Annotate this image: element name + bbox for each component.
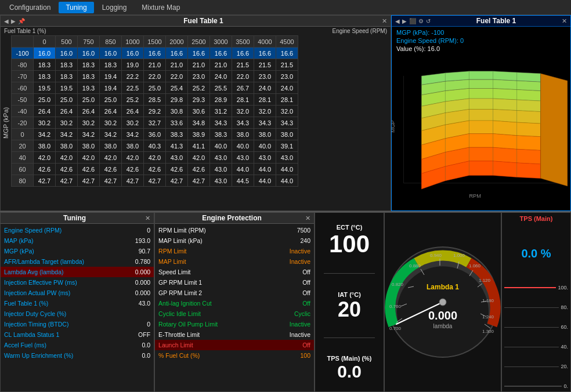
table-cell[interactable]: 18.3 <box>78 71 100 82</box>
table-cell[interactable]: 25.5 <box>210 82 232 94</box>
table-cell[interactable]: 28.1 <box>276 94 298 106</box>
table-cell[interactable]: 34.2 <box>122 129 144 140</box>
table-cell[interactable]: 16.6 <box>276 48 298 59</box>
table-cell[interactable]: 26.4 <box>34 106 56 117</box>
table-cell[interactable]: 43.0 <box>210 175 232 187</box>
table-cell[interactable]: 23.0 <box>254 71 276 82</box>
arrow-left-icon[interactable]: ◀ <box>4 18 9 24</box>
table-cell[interactable]: 25.0 <box>78 94 100 106</box>
table-cell[interactable]: 42.6 <box>144 164 166 175</box>
table-cell[interactable]: 30.8 <box>166 106 188 117</box>
table-cell[interactable]: 34.2 <box>56 129 78 140</box>
table-row[interactable]: -4026.426.426.426.426.429.230.830.631.23… <box>12 106 298 117</box>
table-cell[interactable]: 42.6 <box>34 164 56 175</box>
table-cell[interactable]: 42.7 <box>166 175 188 187</box>
table-cell[interactable]: 19.5 <box>56 82 78 94</box>
table-cell[interactable]: 29.2 <box>144 106 166 117</box>
table-cell[interactable]: 43.0 <box>276 152 298 164</box>
table-cell[interactable]: 18.3 <box>34 71 56 82</box>
table-cell[interactable]: 43.0 <box>254 152 276 164</box>
table-cell[interactable]: 25.2 <box>188 82 210 94</box>
table-cell[interactable]: 21.0 <box>210 59 232 71</box>
table-cell[interactable]: 24.0 <box>254 82 276 94</box>
table-cell[interactable]: 44.0 <box>276 175 298 187</box>
table-cell[interactable]: 22.0 <box>144 71 166 82</box>
table-cell[interactable]: 18.3 <box>56 59 78 71</box>
tab-mixture-map[interactable]: Mixture Map <box>135 2 187 13</box>
table-row[interactable]: -10016.016.016.016.016.016.616.616.616.6… <box>12 48 298 59</box>
table-cell[interactable]: 30.2 <box>78 117 100 129</box>
table-cell[interactable]: 26.4 <box>56 106 78 117</box>
table-cell[interactable]: 25.0 <box>144 82 166 94</box>
table-cell[interactable]: 32.0 <box>254 106 276 117</box>
table-cell[interactable]: 42.0 <box>34 152 56 164</box>
table-cell[interactable]: 23.0 <box>188 71 210 82</box>
tab-configuration[interactable]: Configuration <box>2 2 57 13</box>
table-row[interactable]: 2038.038.038.038.038.040.341.341.140.040… <box>12 140 298 152</box>
table-cell[interactable]: 21.0 <box>188 59 210 71</box>
table-cell[interactable]: 42.0 <box>144 152 166 164</box>
table-cell[interactable]: 21.5 <box>254 59 276 71</box>
table-cell[interactable]: 21.0 <box>144 59 166 71</box>
table-cell[interactable]: 16.6 <box>232 48 254 59</box>
table-cell[interactable]: 32.7 <box>144 117 166 129</box>
tab-logging[interactable]: Logging <box>95 2 134 13</box>
table-cell[interactable]: 25.0 <box>56 94 78 106</box>
table-cell[interactable]: 33.6 <box>166 117 188 129</box>
table-cell[interactable]: 34.3 <box>210 117 232 129</box>
table-cell[interactable]: 34.8 <box>188 117 210 129</box>
table-cell[interactable]: 42.7 <box>34 175 56 187</box>
table-cell[interactable]: 42.7 <box>188 175 210 187</box>
table-cell[interactable]: 22.0 <box>232 71 254 82</box>
table-cell[interactable]: 34.3 <box>276 117 298 129</box>
tuning-close[interactable]: ✕ <box>145 215 150 222</box>
table-cell[interactable]: 16.6 <box>144 48 166 59</box>
table-cell[interactable]: 42.6 <box>188 164 210 175</box>
chart-arrow-left[interactable]: ◀ <box>395 18 400 24</box>
table-cell[interactable]: 22.2 <box>122 71 144 82</box>
table-cell[interactable]: 32.0 <box>232 106 254 117</box>
table-cell[interactable]: 18.3 <box>100 59 122 71</box>
table-cell[interactable]: 18.3 <box>78 59 100 71</box>
table-cell[interactable]: 38.0 <box>100 140 122 152</box>
table-cell[interactable]: 21.0 <box>166 59 188 71</box>
table-cell[interactable]: 28.1 <box>232 94 254 106</box>
table-cell[interactable]: 42.6 <box>166 164 188 175</box>
table-cell[interactable]: 16.0 <box>78 48 100 59</box>
table-row[interactable]: -2030.230.230.230.230.232.733.634.834.33… <box>12 117 298 129</box>
table-cell[interactable]: 18.3 <box>34 59 56 71</box>
table-cell[interactable]: 38.9 <box>188 129 210 140</box>
table-cell[interactable]: 40.0 <box>232 140 254 152</box>
table-cell[interactable]: 41.3 <box>166 140 188 152</box>
table-cell[interactable]: 30.2 <box>34 117 56 129</box>
table-cell[interactable]: 40.0 <box>254 140 276 152</box>
table-cell[interactable]: 31.2 <box>210 106 232 117</box>
table-cell[interactable]: 44.0 <box>276 164 298 175</box>
table-row[interactable]: -8018.318.318.318.319.021.021.021.021.02… <box>12 59 298 71</box>
table-cell[interactable]: 21.5 <box>232 59 254 71</box>
table-cell[interactable]: 43.0 <box>210 152 232 164</box>
tab-tuning[interactable]: Tuning <box>59 2 93 13</box>
table-cell[interactable]: 28.5 <box>144 94 166 106</box>
table-cell[interactable]: 42.6 <box>100 164 122 175</box>
table-cell[interactable]: 42.6 <box>122 164 144 175</box>
table-cell[interactable]: 42.0 <box>56 152 78 164</box>
table-cell[interactable]: 16.0 <box>56 48 78 59</box>
table-cell[interactable]: 16.6 <box>166 48 188 59</box>
table-cell[interactable]: 38.0 <box>276 129 298 140</box>
table-row[interactable]: 6042.642.642.642.642.642.642.642.643.044… <box>12 164 298 175</box>
table-cell[interactable]: 43.0 <box>166 152 188 164</box>
table-cell[interactable]: 36.0 <box>144 129 166 140</box>
table-cell[interactable]: 34.2 <box>34 129 56 140</box>
table-cell[interactable]: 16.6 <box>188 48 210 59</box>
table-cell[interactable]: 42.6 <box>78 164 100 175</box>
table-cell[interactable]: 42.0 <box>78 152 100 164</box>
chart-icon-3[interactable]: ↺ <box>426 18 431 24</box>
table-cell[interactable]: 43.0 <box>232 152 254 164</box>
table-cell[interactable]: 26.4 <box>100 106 122 117</box>
chart-icon-1[interactable]: ⬛ <box>409 18 416 24</box>
table-cell[interactable]: 38.0 <box>232 129 254 140</box>
table-cell[interactable]: 16.6 <box>254 48 276 59</box>
table-cell[interactable]: 19.4 <box>100 82 122 94</box>
table-cell[interactable]: 30.2 <box>56 117 78 129</box>
